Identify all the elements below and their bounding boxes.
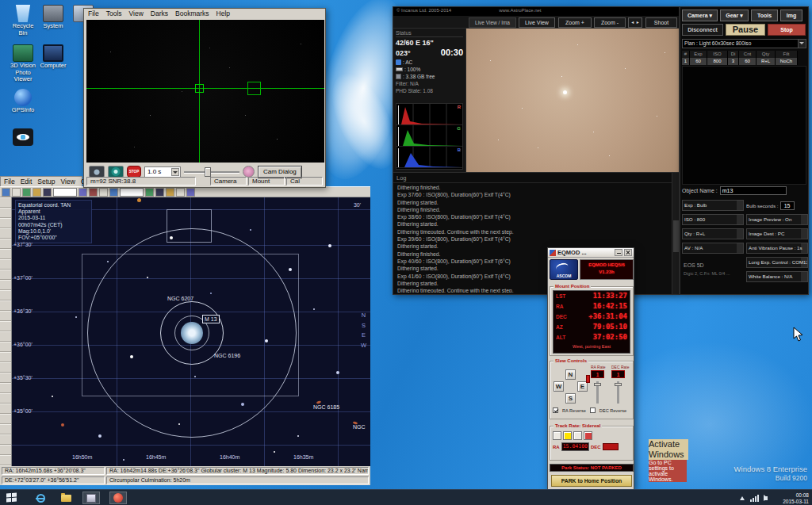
tab-camera[interactable]: Camera ▾ — [682, 10, 718, 21]
menu-item[interactable]: Tools — [106, 10, 122, 17]
cdc-toolbar-icon[interactable] — [186, 188, 195, 197]
object-name-input[interactable]: m13 — [720, 186, 787, 195]
cdc-toolbar-icon[interactable] — [33, 188, 41, 197]
bulb-seconds-input[interactable]: 15 — [780, 201, 795, 210]
menu-item[interactable]: Darks — [151, 10, 168, 17]
plan-list-area[interactable] — [682, 66, 806, 185]
cdc-toolbar-icon[interactable] — [22, 188, 31, 197]
start-button[interactable] — [6, 493, 17, 503]
slew-west-button[interactable]: W — [553, 381, 564, 392]
tab-tools[interactable]: Tools — [751, 10, 778, 21]
plan-select[interactable]: Plan : Light 60x30sec 800iso — [682, 39, 806, 48]
cdc-toolbar-icon[interactable] — [99, 188, 108, 197]
volume-icon[interactable] — [764, 496, 768, 500]
live-view-button[interactable]: Live View — [519, 17, 555, 28]
guide-camera-image[interactable] — [86, 20, 324, 163]
taskbar-item-apt[interactable] — [109, 492, 127, 504]
cdc-toolbar-icon[interactable] — [12, 188, 21, 197]
scrollbar-thumb[interactable] — [673, 220, 679, 252]
dec-reverse-checkbox[interactable] — [590, 407, 596, 413]
slider-thumb[interactable] — [594, 383, 601, 386]
eqmod-titlebar[interactable]: EQMOD ... — [548, 248, 634, 258]
menu-item[interactable]: Setup — [37, 178, 55, 186]
plan-table-row[interactable]: 1 60 800 3 60 R+L NoCh — [682, 58, 798, 65]
desktop-icon-recycle-bin[interactable]: Recycle Bin — [8, 5, 38, 36]
tab-img[interactable]: Img — [780, 10, 802, 21]
live-view-image[interactable] — [466, 29, 679, 172]
cdc-toolbar-icon[interactable] — [2, 188, 10, 197]
desktop-icon-gpsinfo[interactable]: GPSInfo — [8, 89, 38, 114]
disconnect-button[interactable]: Disconnect — [682, 24, 723, 36]
desktop-icon-computer[interactable]: Computer — [38, 44, 68, 70]
slider-thumb[interactable] — [615, 383, 622, 386]
taskbar-item-app[interactable] — [82, 492, 100, 504]
nav-arrows-button[interactable]: ◄ ► — [628, 17, 642, 28]
menu-item[interactable]: Bookmarks — [175, 10, 209, 17]
track-preset-button[interactable] — [563, 431, 572, 440]
camera-setting-select[interactable]: AV : N/A — [682, 243, 744, 254]
cdc-toolbar-icon[interactable] — [109, 188, 118, 197]
cdc-left-toolbar[interactable] — [0, 197, 12, 466]
camera-setting-select[interactable]: Image Dest : PC — [746, 228, 808, 239]
camera-setting-select[interactable]: Exp : Bulb — [682, 200, 744, 211]
close-button[interactable] — [624, 249, 632, 256]
m13-cluster[interactable] — [181, 322, 203, 344]
zoom-out-button[interactable]: Zoom - — [594, 17, 626, 28]
camera-setting-select[interactable]: White Balance : N/A — [746, 271, 808, 282]
log-scrollbar[interactable] — [672, 173, 679, 294]
camera-setting-select[interactable]: Qty : R+L — [682, 228, 744, 239]
park-home-button[interactable]: PARK to Home Position — [551, 475, 632, 487]
slew-north-button[interactable]: N — [565, 369, 576, 380]
shoot-button[interactable]: Shoot — [645, 17, 677, 28]
zoom-in-button[interactable]: Zoom + — [558, 17, 592, 28]
track-preset-button[interactable] — [584, 431, 592, 440]
cdc-toolbar-icon[interactable] — [166, 188, 174, 197]
dec-rate-select[interactable]: 1 — [611, 370, 625, 378]
menu-item[interactable]: File — [88, 10, 99, 17]
tray-expand-icon[interactable] — [740, 496, 745, 500]
tab-live-view[interactable]: Live View / Ima — [469, 17, 516, 28]
ra-rate-slider[interactable] — [596, 381, 599, 404]
pause-button[interactable]: Pause — [726, 24, 765, 36]
cdc-toolbar-icon[interactable] — [155, 188, 164, 197]
phd-state: PHD State: 1.08 — [396, 87, 463, 94]
menu-item[interactable]: Edit — [21, 178, 33, 186]
cdc-toolbar-icon[interactable] — [89, 188, 98, 197]
taskbar-item-explorer[interactable] — [57, 492, 75, 504]
slew-south-button[interactable]: S — [565, 393, 576, 404]
slew-direction-pad: N W E S — [553, 369, 588, 404]
cdc-toolbar-field[interactable] — [120, 188, 144, 197]
desktop-icon-3d-vision[interactable]: 3D Vision Photo Viewer — [8, 44, 38, 83]
cdc-toolbar-icon[interactable] — [176, 188, 185, 197]
minimize-button[interactable] — [615, 249, 622, 256]
desktop-icon-viewer[interactable] — [8, 128, 38, 147]
dropdown-arrow-icon[interactable] — [798, 40, 806, 48]
camera-setting-select[interactable]: Image Preview : On — [746, 214, 808, 225]
cdc-toolbar-icon[interactable] — [43, 188, 52, 197]
menu-item[interactable]: View — [129, 10, 144, 17]
slider-thumb[interactable] — [205, 167, 211, 177]
camera-setting-select[interactable]: Anti Vibration Pause : 1s — [746, 243, 808, 254]
desktop-icon-system[interactable]: System — [38, 5, 68, 30]
cdc-toolbar-icon[interactable] — [79, 188, 87, 197]
network-icon[interactable] — [750, 495, 759, 502]
camera-setting-select[interactable]: Long Exp. Control : COM13 — [746, 257, 808, 268]
ra-rate-select[interactable]: 1 — [591, 370, 604, 378]
stop-button[interactable]: Stop — [768, 24, 806, 36]
dropdown-arrow-icon[interactable] — [171, 168, 179, 176]
cdc-toolbar-field[interactable] — [53, 188, 77, 197]
ra-reverse-checkbox[interactable] — [553, 407, 558, 413]
track-preset-button[interactable] — [573, 431, 582, 440]
slew-stop-indicator[interactable] — [586, 375, 590, 383]
menu-item[interactable]: View — [61, 178, 75, 186]
menu-item[interactable]: Help — [216, 10, 230, 17]
menu-item[interactable]: File — [4, 178, 15, 186]
taskbar-clock[interactable]: 00:08 2015-03-11 — [783, 492, 809, 504]
sky-chart[interactable]: NGC 6207 M 13 NGC 6196 NGC 6185 NGC Equa… — [12, 197, 370, 466]
track-preset-button[interactable] — [553, 431, 561, 440]
cdc-toolbar-icon[interactable] — [145, 188, 154, 197]
tab-gear[interactable]: Gear ▾ — [720, 10, 749, 21]
camera-setting-select[interactable]: ISO : 800 — [682, 214, 744, 225]
dec-rate-slider[interactable] — [617, 381, 619, 404]
taskbar-item-ie[interactable] — [32, 492, 49, 504]
